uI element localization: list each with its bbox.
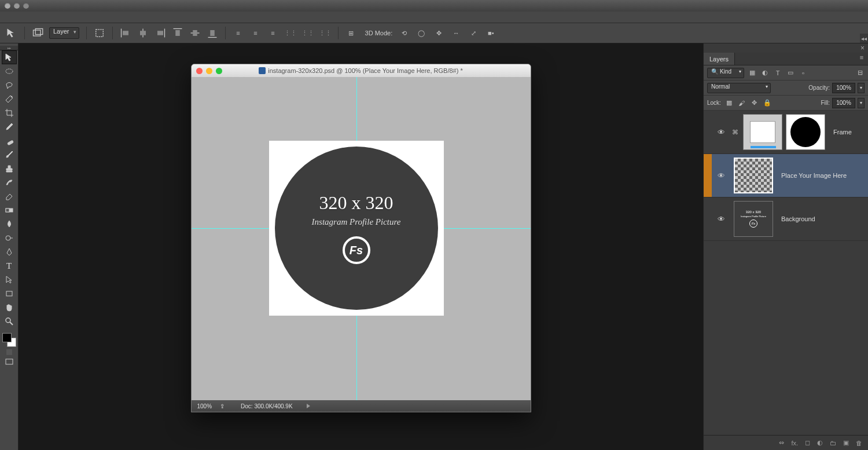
blend-mode-select[interactable]: Normal — [707, 83, 771, 93]
link-icon[interactable]: ⌘ — [730, 127, 740, 137]
panel-menu-icon[interactable]: ≡ — [855, 53, 868, 62]
screen-mode-toggle[interactable] — [2, 355, 17, 369]
document-canvas[interactable]: 320 x 320 Instagram Profile Picture Fs — [192, 77, 531, 400]
visibility-toggle[interactable]: 👁 — [712, 215, 730, 224]
filter-adjust-icon[interactable]: ◐ — [760, 68, 770, 78]
color-swatches[interactable] — [2, 333, 16, 347]
align-top-icon[interactable] — [172, 27, 183, 39]
history-brush-tool[interactable] — [2, 175, 17, 189]
align-vcenter-icon[interactable] — [189, 27, 201, 39]
marquee-tool[interactable] — [2, 64, 17, 78]
doc-min-icon[interactable] — [206, 68, 212, 74]
group-icon[interactable]: 🗀 — [830, 440, 836, 447]
crop-tool[interactable] — [2, 106, 17, 120]
link-layers-icon[interactable]: ⇔ — [779, 439, 784, 447]
new-layer-icon[interactable]: ▣ — [843, 439, 849, 447]
type-tool[interactable]: T — [2, 259, 17, 273]
filter-kind-select[interactable]: 🔍Kind — [707, 68, 744, 78]
3d-rotate-icon[interactable]: ⟲ — [398, 27, 410, 39]
distribute-left-icon[interactable]: ⋮⋮ — [285, 27, 296, 39]
layers-panel: × Layers ≡ 🔍Kind ▦ ◐ T ▭ ▫ ⊟ Normal Opac… — [703, 43, 868, 450]
share-icon[interactable]: ⇪ — [220, 403, 225, 409]
layer-row-background[interactable]: 👁 320 x 320 Instagram Profile Picture Fs… — [704, 197, 868, 241]
filter-smart-icon[interactable]: ▫ — [799, 68, 808, 78]
filter-pixel-icon[interactable]: ▦ — [748, 68, 757, 78]
layer-row-frame[interactable]: 👁 ⌘ Frame — [704, 111, 868, 154]
layer-thumb[interactable] — [743, 114, 782, 150]
fx-icon[interactable]: fx. — [791, 440, 798, 447]
doc-max-icon[interactable] — [216, 68, 222, 74]
filter-toggle-icon[interactable]: ⊟ — [855, 68, 865, 78]
traffic-light-min[interactable] — [14, 3, 20, 9]
3d-camera-icon[interactable]: ■• — [485, 27, 496, 39]
layer-name[interactable]: Place Your Image Here — [781, 172, 847, 179]
opacity-stepper[interactable]: ▾ — [858, 83, 865, 93]
3d-roll-icon[interactable]: ◯ — [415, 27, 427, 39]
lasso-tool[interactable] — [2, 78, 17, 92]
layer-thumb[interactable]: 320 x 320 Instagram Profile Picture Fs — [734, 201, 773, 237]
transform-controls-icon[interactable] — [94, 27, 105, 39]
align-left-icon[interactable] — [120, 27, 131, 39]
lock-pixels-icon[interactable]: 🖌 — [737, 98, 746, 108]
adjustment-icon[interactable]: ◐ — [817, 439, 823, 447]
align-bottom-icon[interactable] — [207, 27, 218, 39]
delete-layer-icon[interactable]: 🗑 — [856, 440, 862, 447]
shape-tool[interactable] — [2, 287, 17, 301]
fill-value[interactable]: 100% — [832, 98, 855, 108]
distribute-right-icon[interactable]: ⋮⋮ — [319, 27, 331, 39]
status-more-icon[interactable] — [307, 404, 310, 408]
filter-type-icon[interactable]: T — [773, 68, 782, 78]
auto-select-target-select[interactable]: Layer — [49, 27, 79, 39]
pen-tool[interactable] — [2, 245, 17, 259]
distribute-top-icon[interactable]: ≡ — [233, 27, 244, 39]
distribute-vcenter-icon[interactable]: ≡ — [250, 27, 262, 39]
zoom-level[interactable]: 100% — [197, 403, 212, 409]
lock-transparency-icon[interactable]: ▩ — [724, 98, 734, 108]
layer-row-placeholder[interactable]: 👁 Place Your Image Here — [704, 154, 868, 197]
hand-tool[interactable] — [2, 301, 17, 314]
layer-mask-thumb[interactable] — [786, 114, 825, 150]
svg-line-24 — [10, 322, 13, 325]
layer-thumb[interactable] — [734, 158, 773, 193]
distribute-bottom-icon[interactable]: ≡ — [267, 27, 279, 39]
visibility-toggle[interactable]: 👁 — [712, 128, 730, 137]
document-title-bar[interactable]: instagram-320x320.psd @ 100% (Place Your… — [192, 64, 531, 77]
healing-brush-tool[interactable] — [2, 134, 17, 148]
layer-name[interactable]: Frame — [833, 129, 852, 136]
gradient-tool[interactable] — [2, 203, 17, 217]
eyedropper-tool[interactable] — [2, 120, 17, 134]
filter-shape-icon[interactable]: ▭ — [786, 68, 795, 78]
layer-name[interactable]: Background — [781, 215, 815, 222]
doc-close-icon[interactable] — [196, 68, 203, 74]
fill-stepper[interactable]: ▾ — [858, 98, 865, 108]
zoom-tool[interactable] — [2, 314, 17, 328]
panel-collapse-icon[interactable]: ◂◂ — [860, 34, 868, 43]
blur-tool[interactable] — [2, 217, 17, 231]
traffic-light-max[interactable] — [23, 3, 29, 9]
panel-close-icon[interactable]: × — [860, 44, 865, 52]
3d-slide-icon[interactable]: ↔ — [450, 27, 462, 39]
lock-position-icon[interactable]: ✥ — [750, 98, 759, 108]
traffic-light-close[interactable] — [5, 3, 10, 9]
align-right-icon[interactable] — [155, 27, 166, 39]
toolbar-grip[interactable]: ▸▸ — [0, 46, 18, 50]
3d-pan-icon[interactable]: ✥ — [433, 27, 444, 39]
visibility-toggle[interactable]: 👁 — [712, 171, 730, 180]
eraser-tool[interactable] — [2, 189, 17, 203]
quickmask-toggle[interactable] — [6, 349, 12, 355]
auto-select-icon[interactable] — [32, 27, 43, 39]
dodge-tool[interactable] — [2, 231, 17, 245]
3d-scale-icon[interactable]: ⤢ — [468, 27, 479, 39]
layers-tab[interactable]: Layers — [704, 53, 735, 65]
stamp-tool[interactable] — [2, 162, 17, 175]
mask-icon[interactable]: ◻ — [805, 439, 810, 447]
align-hcenter-icon[interactable] — [137, 27, 149, 39]
move-tool[interactable] — [2, 50, 17, 64]
path-select-tool[interactable] — [2, 273, 17, 287]
opacity-value[interactable]: 100% — [832, 83, 855, 93]
auto-align-icon[interactable]: ⊞ — [345, 27, 357, 39]
distribute-hcenter-icon[interactable]: ⋮⋮ — [302, 27, 314, 39]
magic-wand-tool[interactable] — [2, 92, 17, 106]
brush-tool[interactable] — [2, 148, 17, 162]
lock-all-icon[interactable]: 🔒 — [763, 98, 772, 108]
